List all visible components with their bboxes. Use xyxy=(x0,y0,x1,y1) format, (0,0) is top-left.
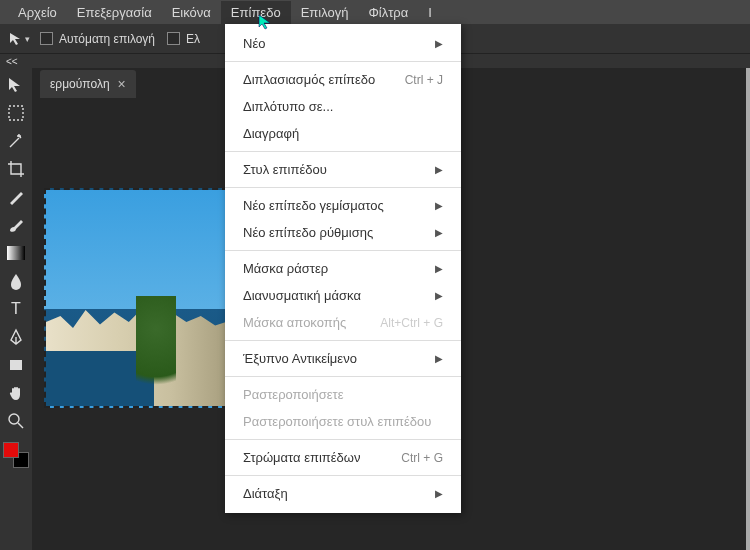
el-label: Ελ xyxy=(186,32,200,46)
tools-panel: T xyxy=(0,68,32,550)
menu-separator xyxy=(225,61,461,62)
menu-item-label: Ραστεροποιήσετε xyxy=(243,387,343,402)
menu-item-label: Διπλασιασμός επίπεδο xyxy=(243,72,375,87)
auto-select-checkbox[interactable]: Αυτόματη επιλογή xyxy=(40,32,155,46)
type-tool[interactable]: T xyxy=(2,296,30,322)
menu-item-label: Νέο επίπεδο γεμίσματος xyxy=(243,198,384,213)
menu-item: Ραστεροποιήσετε στυλ επιπέδου xyxy=(225,408,461,435)
canvas-image-content xyxy=(136,296,176,406)
menu-item-label: Μάσκα αποκοπής xyxy=(243,315,346,330)
menu-item-label: Νέο xyxy=(243,36,265,51)
submenu-arrow-icon: ▶ xyxy=(435,263,443,274)
svg-text:T: T xyxy=(11,300,21,317)
zoom-tool[interactable] xyxy=(2,408,30,434)
submenu-arrow-icon: ▶ xyxy=(435,488,443,499)
menu-item-label: Διαγραφή xyxy=(243,126,299,141)
menu-item-label: Μάσκα ράστερ xyxy=(243,261,328,276)
menu-item[interactable]: Διαγραφή xyxy=(225,120,461,147)
auto-select-label: Αυτόματη επιλογή xyxy=(59,32,155,46)
document-tab-title: ερμούπολη xyxy=(50,77,110,91)
submenu-arrow-icon: ▶ xyxy=(435,200,443,211)
menu-item-label: Ραστεροποιήσετε στυλ επιπέδου xyxy=(243,414,431,429)
menu-edit[interactable]: Επεξεργασία xyxy=(67,1,162,24)
menu-layer[interactable]: Επίπεδο xyxy=(221,1,291,24)
layer-menu-dropdown: Νέο▶Διπλασιασμός επίπεδοCtrl + JΔιπλότυπ… xyxy=(225,24,461,513)
menu-item[interactable]: Νέο▶ xyxy=(225,30,461,57)
menu-item[interactable]: Νέο επίπεδο γεμίσματος▶ xyxy=(225,192,461,219)
shape-tool[interactable] xyxy=(2,352,30,378)
document-canvas[interactable] xyxy=(44,188,228,408)
menu-item[interactable]: Διπλότυπο σε... xyxy=(225,93,461,120)
menu-item[interactable]: Διανυσματική μάσκα▶ xyxy=(225,282,461,309)
menu-item-label: Διάταξη xyxy=(243,486,288,501)
crop-tool[interactable] xyxy=(2,156,30,182)
menu-item: Ραστεροποιήσετε xyxy=(225,381,461,408)
menu-shortcut: Alt+Ctrl + G xyxy=(380,316,443,330)
submenu-arrow-icon: ▶ xyxy=(435,353,443,364)
color-swatches[interactable] xyxy=(3,442,29,468)
menu-item[interactable]: Στυλ επιπέδου▶ xyxy=(225,156,461,183)
menu-file[interactable]: Αρχείο xyxy=(8,1,67,24)
foreground-swatch[interactable] xyxy=(3,442,19,458)
blur-tool[interactable] xyxy=(2,268,30,294)
document-tab[interactable]: ερμούπολη × xyxy=(40,70,136,98)
menu-separator xyxy=(225,187,461,188)
marquee-tool[interactable] xyxy=(2,100,30,126)
menu-item[interactable]: Στρώματα επιπέδωνCtrl + G xyxy=(225,444,461,471)
menu-item[interactable]: Διάταξη▶ xyxy=(225,480,461,507)
brush-tool[interactable] xyxy=(2,212,30,238)
submenu-arrow-icon: ▶ xyxy=(435,227,443,238)
svg-point-3 xyxy=(9,414,19,424)
menu-shortcut: Ctrl + G xyxy=(401,451,443,465)
menu-shortcut: Ctrl + J xyxy=(405,73,443,87)
menu-item[interactable]: Διπλασιασμός επίπεδοCtrl + J xyxy=(225,66,461,93)
menu-item-label: Διπλότυπο σε... xyxy=(243,99,333,114)
svg-rect-2 xyxy=(10,360,22,370)
panel-edge[interactable] xyxy=(746,68,750,550)
menu-image[interactable]: Εικόνα xyxy=(162,1,221,24)
menu-separator xyxy=(225,439,461,440)
submenu-arrow-icon: ▶ xyxy=(435,38,443,49)
menu-item-label: Στρώματα επιπέδων xyxy=(243,450,360,465)
menu-item-label: Έξυπνο Αντικείμενο xyxy=(243,351,357,366)
menu-item-label: Διανυσματική μάσκα xyxy=(243,288,361,303)
menu-separator xyxy=(225,376,461,377)
menu-item[interactable]: Νέο επίπεδο ρύθμισης▶ xyxy=(225,219,461,246)
menu-separator xyxy=(225,250,461,251)
menu-separator xyxy=(225,475,461,476)
pen-tool[interactable] xyxy=(2,324,30,350)
submenu-arrow-icon: ▶ xyxy=(435,290,443,301)
menu-item[interactable]: Έξυπνο Αντικείμενο▶ xyxy=(225,345,461,372)
menu-filters[interactable]: Φίλτρα xyxy=(358,1,418,24)
wand-tool[interactable] xyxy=(2,128,30,154)
active-tool-indicator: ▾ xyxy=(8,31,30,47)
menu-item: Μάσκα αποκοπήςAlt+Ctrl + G xyxy=(225,309,461,336)
menu-separator xyxy=(225,340,461,341)
menubar: Αρχείο Επεξεργασία Εικόνα Επίπεδο Επιλογ… xyxy=(0,0,750,24)
menu-item[interactable]: Μάσκα ράστερ▶ xyxy=(225,255,461,282)
move-tool[interactable] xyxy=(2,72,30,98)
eyedropper-tool[interactable] xyxy=(2,184,30,210)
hand-tool[interactable] xyxy=(2,380,30,406)
el-checkbox[interactable]: Ελ xyxy=(167,32,200,46)
gradient-tool[interactable] xyxy=(2,240,30,266)
menu-select[interactable]: Επιλογή xyxy=(291,1,359,24)
close-icon[interactable]: × xyxy=(118,76,126,92)
menu-item-label: Νέο επίπεδο ρύθμισης xyxy=(243,225,373,240)
menu-more[interactable]: Ι xyxy=(418,1,442,24)
menu-item-label: Στυλ επιπέδου xyxy=(243,162,327,177)
checkbox-icon xyxy=(40,32,53,45)
submenu-arrow-icon: ▶ xyxy=(435,164,443,175)
checkbox-icon xyxy=(167,32,180,45)
svg-rect-0 xyxy=(9,106,23,120)
menu-separator xyxy=(225,151,461,152)
